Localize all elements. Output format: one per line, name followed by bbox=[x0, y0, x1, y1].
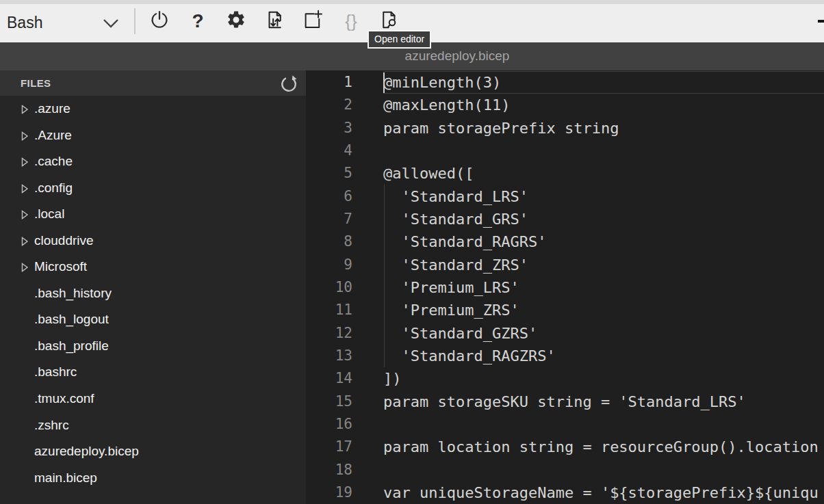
code-line-4[interactable]: 4 bbox=[306, 140, 824, 162]
line-number: 15 bbox=[306, 390, 352, 413]
code-text: param storagePrefix string bbox=[383, 117, 619, 140]
code-line-3[interactable]: 3param storagePrefix string bbox=[306, 117, 824, 140]
help-button[interactable]: ? bbox=[183, 6, 213, 36]
file-label: .bash_logout bbox=[34, 306, 109, 333]
line-number: 8 bbox=[306, 230, 352, 253]
code-line-6[interactable]: 6 'Standard_LRS' bbox=[306, 185, 824, 208]
file-label: .bash_history bbox=[34, 280, 112, 307]
chevron-right-icon bbox=[21, 131, 29, 144]
folder-item-.azure[interactable]: .azure bbox=[0, 96, 306, 122]
code-line-10[interactable]: 10 'Premium_LRS' bbox=[306, 276, 824, 299]
line-number: 9 bbox=[306, 254, 352, 276]
chevron-right-icon bbox=[21, 210, 29, 222]
file-label: .bashrc bbox=[34, 359, 77, 386]
folder-item-.Azure[interactable]: .Azure bbox=[0, 122, 306, 149]
code-text: 'Premium_LRS' bbox=[383, 276, 519, 299]
line-number: 13 bbox=[306, 345, 352, 367]
file-label: .azure bbox=[34, 96, 70, 122]
code-text: param storageSKU string = 'Standard_LRS' bbox=[383, 390, 746, 413]
file-label: .zshrc bbox=[34, 412, 69, 439]
code-text: 'Standard_RAGRS' bbox=[383, 230, 546, 253]
code-text: 'Standard_GZRS' bbox=[383, 322, 537, 345]
code-text: 'Standard_LRS' bbox=[383, 185, 528, 208]
file-item-.zshrc[interactable]: .zshrc bbox=[0, 412, 306, 439]
shell-selector-dropdown[interactable]: Bash bbox=[0, 4, 134, 42]
code-line-14[interactable]: 14]) bbox=[306, 367, 824, 390]
code-text: ]) bbox=[383, 367, 402, 390]
file-item-main.bicep[interactable]: main.bicep bbox=[0, 465, 306, 492]
cloud-shell-window: Bash ? bbox=[0, 0, 824, 504]
file-item-.tmux.conf[interactable]: .tmux.conf bbox=[0, 386, 306, 412]
line-number: 2 bbox=[306, 94, 352, 116]
code-line-19[interactable]: 19var uniqueStorageName = '${storagePref… bbox=[306, 481, 824, 504]
code-line-11[interactable]: 11 'Premium_ZRS' bbox=[306, 299, 824, 321]
line-number: 5 bbox=[306, 162, 352, 185]
chevron-right-icon bbox=[21, 105, 29, 117]
file-item-.bash_history[interactable]: .bash_history bbox=[0, 280, 306, 307]
code-line-15[interactable]: 15param storageSKU string = 'Standard_LR… bbox=[306, 390, 824, 413]
settings-gear-icon bbox=[226, 10, 246, 33]
minimize-icon[interactable] bbox=[818, 20, 824, 23]
code-line-9[interactable]: 9 'Standard_ZRS' bbox=[306, 254, 824, 276]
code-line-7[interactable]: 7 'Standard_GRS' bbox=[306, 208, 824, 230]
code-text: @maxLength(11) bbox=[383, 94, 510, 116]
toolbar-divider bbox=[134, 8, 136, 34]
upload-download-files-icon bbox=[264, 10, 285, 33]
code-text: param location string = resourceGroup().… bbox=[383, 436, 819, 458]
file-item-azuredeploy.bicep[interactable]: azuredeploy.bicep bbox=[0, 438, 306, 465]
files-header: FILES bbox=[0, 70, 306, 96]
line-number: 14 bbox=[306, 367, 352, 390]
settings-button[interactable] bbox=[221, 6, 251, 36]
chevron-right-icon bbox=[21, 237, 29, 249]
folder-item-clouddrive[interactable]: clouddrive bbox=[0, 228, 306, 254]
folder-item-.config[interactable]: .config bbox=[0, 175, 306, 202]
code-line-8[interactable]: 8 'Standard_RAGRS' bbox=[306, 230, 824, 253]
code-line-18[interactable]: 18 bbox=[306, 459, 824, 481]
open-editor-tooltip: Open editor bbox=[368, 30, 431, 49]
line-number: 16 bbox=[306, 413, 352, 436]
code-line-5[interactable]: 5@allowed([ bbox=[306, 162, 824, 185]
folder-item-Microsoft[interactable]: Microsoft bbox=[0, 254, 306, 280]
line-number: 19 bbox=[306, 481, 352, 504]
code-line-17[interactable]: 17param location string = resourceGroup(… bbox=[306, 436, 824, 458]
chevron-down-icon bbox=[103, 18, 119, 31]
web-preview-button[interactable]: {} bbox=[336, 6, 366, 36]
shell-selector-label: Bash bbox=[7, 4, 42, 42]
code-line-13[interactable]: 13 'Standard_RAGZRS' bbox=[306, 345, 824, 367]
code-text: 'Premium_ZRS' bbox=[383, 299, 519, 321]
power-icon bbox=[149, 10, 170, 33]
code-line-12[interactable]: 12 'Standard_GZRS' bbox=[306, 322, 824, 345]
file-label: .cache bbox=[34, 148, 73, 175]
file-label: azuredeploy.bicep bbox=[34, 438, 139, 465]
file-label: .local bbox=[34, 201, 64, 228]
help-icon: ? bbox=[192, 12, 203, 31]
line-number: 10 bbox=[306, 276, 352, 299]
code-text: var uniqueStorageName = '${storagePrefix… bbox=[383, 481, 819, 504]
code-line-1[interactable]: 1@minLength(3) bbox=[306, 71, 824, 94]
web-preview-icon: {} bbox=[345, 12, 357, 30]
power-button[interactable] bbox=[144, 6, 175, 36]
line-number: 6 bbox=[306, 185, 352, 208]
line-number: 3 bbox=[306, 117, 352, 140]
code-editor[interactable]: 1@minLength(3)2@maxLength(11)3param stor… bbox=[306, 70, 824, 504]
file-item-.bashrc[interactable]: .bashrc bbox=[0, 359, 306, 386]
refresh-icon bbox=[280, 75, 298, 92]
upload-download-files-button[interactable] bbox=[259, 6, 289, 36]
file-list: .azure.Azure.cache.config.localclouddriv… bbox=[0, 96, 306, 491]
new-session-button[interactable] bbox=[298, 6, 328, 36]
file-label: .Azure bbox=[34, 122, 72, 149]
code-line-16[interactable]: 16 bbox=[306, 413, 824, 436]
folder-item-.local[interactable]: .local bbox=[0, 201, 306, 228]
code-line-2[interactable]: 2@maxLength(11) bbox=[306, 94, 824, 116]
file-item-.bash_profile[interactable]: .bash_profile bbox=[0, 333, 306, 360]
code-text: 'Standard_GRS' bbox=[383, 208, 528, 230]
line-number: 11 bbox=[306, 299, 352, 321]
line-number: 12 bbox=[306, 322, 352, 345]
file-label: .tmux.conf bbox=[34, 386, 94, 412]
chevron-right-icon bbox=[21, 157, 29, 170]
file-item-.bash_logout[interactable]: .bash_logout bbox=[0, 306, 306, 333]
file-label: main.bicep bbox=[34, 465, 97, 492]
chevron-right-icon bbox=[21, 184, 29, 196]
refresh-files-button[interactable] bbox=[278, 74, 300, 93]
folder-item-.cache[interactable]: .cache bbox=[0, 148, 306, 175]
